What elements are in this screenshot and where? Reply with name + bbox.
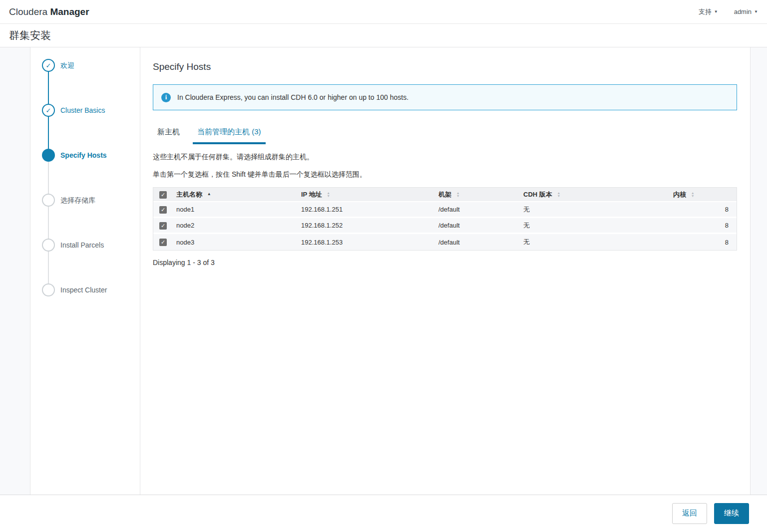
column-header-rack[interactable]: 机架 ▲▼ bbox=[434, 188, 519, 202]
column-header-ip[interactable]: IP 地址 ▲▼ bbox=[297, 188, 434, 202]
table-row: ✓ node2 192.168.1.252 /default 无 8 bbox=[153, 218, 737, 234]
sort-icon: ▲▼ bbox=[691, 192, 695, 198]
app-header: Cloudera Manager 支持 ▼ admin ▼ bbox=[0, 0, 767, 24]
content-heading: Specify Hosts bbox=[153, 61, 737, 72]
cell-cores: 8 bbox=[669, 234, 737, 250]
host-table: ✓ 主机名称 ▲ IP 地址 ▲▼ 机架 ▲▼ CDH bbox=[153, 187, 737, 251]
column-header-cores[interactable]: 内核 ▲▼ bbox=[669, 188, 737, 202]
cell-cdh-version: 无 bbox=[519, 218, 669, 234]
sort-asc-icon: ▲ bbox=[207, 193, 211, 197]
cell-hostname: node1 bbox=[172, 202, 297, 218]
row-checkbox[interactable]: ✓ bbox=[159, 222, 167, 230]
user-menu[interactable]: admin ▼ bbox=[734, 8, 758, 15]
continue-button[interactable]: 继续 bbox=[714, 503, 749, 524]
step-label: 欢迎 bbox=[60, 59, 74, 72]
left-gutter bbox=[0, 47, 30, 495]
cell-ip: 192.168.1.252 bbox=[297, 218, 434, 234]
header-right: 支持 ▼ admin ▼ bbox=[699, 7, 758, 16]
page-title: 群集安装 bbox=[9, 28, 51, 42]
sort-icon: ▲▼ bbox=[327, 192, 330, 198]
title-bar: 群集安装 bbox=[0, 24, 767, 47]
sort-icon: ▲▼ bbox=[456, 192, 460, 198]
step-label: Cluster Basics bbox=[60, 104, 105, 117]
cell-rack: /default bbox=[434, 202, 519, 218]
info-banner: i In Cloudera Express, you can install C… bbox=[153, 84, 737, 110]
step-upcoming-circle-icon bbox=[42, 283, 55, 296]
cell-cores: 8 bbox=[669, 202, 737, 218]
instruction-text: 这些主机不属于任何群集。请选择组成群集的主机。 bbox=[153, 153, 737, 162]
cell-cdh-version: 无 bbox=[519, 234, 669, 250]
column-header-hostname[interactable]: 主机名称 ▲ bbox=[172, 188, 297, 202]
chevron-down-icon: ▼ bbox=[714, 9, 718, 14]
logo-text-regular: Cloudera bbox=[9, 6, 47, 17]
table-row: ✓ node1 192.168.1.251 /default 无 8 bbox=[153, 202, 737, 218]
logo-text-bold: Manager bbox=[50, 6, 89, 17]
step-current-dot-icon bbox=[42, 149, 55, 162]
user-menu-label: admin bbox=[734, 8, 752, 15]
host-tabs: 新主机 当前管理的主机 (3) bbox=[153, 125, 737, 144]
cell-ip: 192.168.1.253 bbox=[297, 234, 434, 250]
tab-currently-managed-hosts[interactable]: 当前管理的主机 (3) bbox=[193, 125, 266, 144]
cell-rack: /default bbox=[434, 218, 519, 234]
cell-hostname: node3 bbox=[172, 234, 297, 250]
step-label: Specify Hosts bbox=[60, 149, 107, 162]
sort-icon: ▲▼ bbox=[557, 192, 560, 198]
support-menu[interactable]: 支持 ▼ bbox=[699, 7, 718, 16]
step-label: 选择存储库 bbox=[60, 194, 95, 207]
step-complete-check-icon: ✓ bbox=[42, 104, 55, 117]
wizard-footer: 返回 继续 bbox=[0, 495, 767, 532]
step-specify-hosts: Specify Hosts bbox=[30, 149, 140, 194]
step-label: Inspect Cluster bbox=[60, 283, 107, 296]
cell-cdh-version: 无 bbox=[519, 202, 669, 218]
info-banner-text: In Cloudera Express, you can install CDH… bbox=[177, 93, 408, 101]
cell-rack: /default bbox=[434, 234, 519, 250]
step-label: Install Parcels bbox=[60, 239, 104, 252]
select-all-header: ✓ bbox=[153, 188, 172, 202]
info-icon: i bbox=[161, 93, 171, 102]
chevron-down-icon: ▼ bbox=[754, 9, 758, 14]
table-header-row: ✓ 主机名称 ▲ IP 地址 ▲▼ 机架 ▲▼ CDH bbox=[153, 188, 737, 202]
support-menu-label: 支持 bbox=[699, 7, 712, 16]
right-gutter bbox=[750, 47, 767, 495]
cell-hostname: node2 bbox=[172, 218, 297, 234]
step-select-repository: 选择存储库 bbox=[30, 194, 140, 239]
back-button[interactable]: 返回 bbox=[672, 503, 707, 524]
step-inspect-cluster: Inspect Cluster bbox=[30, 283, 140, 328]
wizard-step-panel: ✓ 欢迎 ✓ Cluster Basics Specify Hosts 选择存储… bbox=[30, 47, 140, 495]
wizard-body: ✓ 欢迎 ✓ Cluster Basics Specify Hosts 选择存储… bbox=[0, 47, 767, 495]
step-upcoming-circle-icon bbox=[42, 239, 55, 252]
tab-new-hosts[interactable]: 新主机 bbox=[153, 125, 184, 144]
column-header-cdh-version[interactable]: CDH 版本 ▲▼ bbox=[519, 188, 669, 202]
cloudera-manager-logo[interactable]: Cloudera Manager bbox=[9, 6, 89, 17]
step-install-parcels: Install Parcels bbox=[30, 239, 140, 283]
instruction-text: 单击第一个复选框，按住 Shift 键并单击最后一个复选框以选择范围。 bbox=[153, 170, 737, 179]
main-content: Specify Hosts i In Cloudera Express, you… bbox=[140, 47, 750, 495]
cell-cores: 8 bbox=[669, 218, 737, 234]
step-welcome[interactable]: ✓ 欢迎 bbox=[30, 59, 140, 104]
table-row: ✓ node3 192.168.1.253 /default 无 8 bbox=[153, 234, 737, 250]
cell-ip: 192.168.1.251 bbox=[297, 202, 434, 218]
row-checkbox[interactable]: ✓ bbox=[159, 206, 167, 214]
table-summary: Displaying 1 - 3 of 3 bbox=[153, 259, 737, 266]
step-cluster-basics[interactable]: ✓ Cluster Basics bbox=[30, 104, 140, 149]
select-all-checkbox[interactable]: ✓ bbox=[159, 191, 167, 199]
row-checkbox[interactable]: ✓ bbox=[159, 239, 167, 246]
step-complete-check-icon: ✓ bbox=[42, 59, 55, 72]
step-upcoming-circle-icon bbox=[42, 194, 55, 207]
